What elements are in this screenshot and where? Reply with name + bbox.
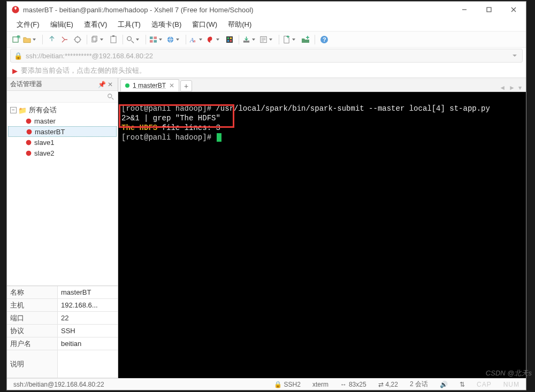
session-icon	[25, 150, 32, 157]
hint-bar: ▶ 要添加当前会话，点击左侧的箭头按钮。	[7, 64, 526, 78]
svg-rect-19	[230, 40, 232, 42]
help-button[interactable]: ?	[318, 34, 330, 45]
status-size: ↔83x25	[337, 381, 370, 388]
svg-rect-8	[150, 36, 153, 39]
address-text: ssh://beitian:**********@192.168.64.80:2…	[26, 52, 153, 60]
menu-view[interactable]: 查看(V)	[79, 18, 112, 31]
new-file-button[interactable]	[282, 34, 299, 45]
paste-button[interactable]	[108, 34, 119, 45]
status-term: xterm	[309, 381, 332, 388]
session-item[interactable]: master	[8, 116, 117, 126]
tab[interactable]: 1 masterBT ✕	[120, 79, 179, 91]
svg-rect-0	[487, 7, 491, 12]
cursor-icon	[217, 133, 221, 142]
status-dot-icon	[125, 83, 129, 88]
session-tree: − 📁 所有会话 master masterBT slave1	[7, 103, 118, 286]
find-button[interactable]	[126, 34, 142, 45]
menu-window[interactable]: 窗口(W)	[187, 18, 223, 31]
status-pos: ⇄4,22	[375, 381, 401, 388]
svg-point-28	[26, 150, 32, 156]
script-button[interactable]	[259, 34, 276, 45]
titlebar: masterBT - beitian@panli:/home/hadoop - …	[7, 2, 526, 18]
menu-file[interactable]: 文件(F)	[11, 18, 45, 31]
app-window: masterBT - beitian@panli:/home/hadoop - …	[6, 1, 526, 390]
prop-row: 主机192.168.6...	[7, 299, 118, 312]
svg-rect-6	[112, 35, 114, 37]
properties-button[interactable]	[72, 34, 83, 45]
session-icon	[26, 128, 33, 135]
tab-menu-icon[interactable]: ▾	[518, 84, 522, 91]
font-button[interactable]: Aa	[189, 34, 205, 45]
session-manager-panel: 会话管理器 📌 ✕ − 📁 所有会话 master	[7, 78, 118, 378]
main-area: 1 masterBT ✕ + ◄ ► ▾ [root@panli hadoop]…	[118, 78, 526, 378]
prop-row: 说明	[7, 350, 118, 378]
new-tab-button[interactable]: +	[180, 80, 192, 91]
address-bar[interactable]: 🔒 ssh://beitian:**********@192.168.64.80…	[10, 49, 523, 63]
svg-point-24	[108, 94, 112, 97]
terminal[interactable]: [root@panli hadoop]# /usr/local/spark/bi…	[118, 92, 526, 378]
terminal-prompt: [root@panli hadoop]#	[121, 133, 216, 142]
window-title: masterBT - beitian@panli:/home/hadoop - …	[23, 6, 452, 14]
tab-close-icon[interactable]: ✕	[169, 82, 174, 89]
collapse-icon[interactable]: −	[10, 107, 17, 113]
reconnect-button[interactable]	[46, 34, 58, 45]
svg-rect-20	[243, 40, 249, 42]
layout-button[interactable]	[149, 34, 165, 45]
svg-point-27	[26, 140, 32, 145]
disconnect-button[interactable]	[59, 34, 71, 45]
encoding-button[interactable]	[166, 34, 182, 45]
status-proto: 🔒SSH2	[271, 381, 304, 388]
copy-button[interactable]	[90, 34, 106, 45]
svg-rect-5	[111, 36, 116, 43]
open-session-button[interactable]	[23, 34, 39, 45]
transfer-button[interactable]	[242, 34, 258, 45]
terminal-text: 2>&1 | grep "The HDFS"	[121, 114, 220, 122]
menu-help[interactable]: 帮助(H)	[223, 18, 257, 31]
prop-row: 端口22	[7, 312, 118, 325]
terminal-text: file lines: 3	[157, 124, 220, 132]
tree-root[interactable]: − 📁 所有会话	[8, 105, 117, 116]
terminal-prompt: [root@panli hadoop]#	[121, 104, 216, 113]
status-cap: CAP	[473, 381, 495, 388]
address-dropdown[interactable]	[510, 55, 519, 57]
minimize-button[interactable]	[452, 2, 477, 18]
svg-rect-11	[154, 40, 157, 42]
session-item[interactable]: masterBT	[8, 126, 117, 137]
menu-tools[interactable]: 工具(T)	[112, 18, 146, 31]
status-vol[interactable]: 🔊	[437, 381, 451, 388]
tab-prev-icon[interactable]: ◄	[499, 84, 506, 91]
pin-icon[interactable]: 📌	[97, 81, 106, 88]
xftp-button[interactable]	[300, 34, 311, 45]
maximize-button[interactable]	[477, 2, 501, 18]
highlight-button[interactable]	[224, 34, 235, 45]
speaker-icon: 🔊	[440, 381, 448, 388]
tab-label: 1 masterBT	[133, 82, 166, 89]
session-item[interactable]: slave1	[8, 137, 117, 148]
status-num: NUM	[500, 381, 523, 388]
menu-edit[interactable]: 编辑(E)	[45, 18, 79, 31]
menubar: 文件(F) 编辑(E) 查看(V) 工具(T) 选项卡(B) 窗口(W) 帮助(…	[7, 18, 526, 32]
menu-tabs[interactable]: 选项卡(B)	[146, 18, 187, 31]
svg-point-2	[75, 37, 80, 42]
svg-rect-18	[227, 40, 229, 42]
pos-icon: ⇄	[378, 381, 384, 388]
panel-close-icon[interactable]: ✕	[106, 81, 114, 88]
session-item[interactable]: slave2	[8, 148, 117, 158]
panel-search[interactable]	[7, 91, 118, 103]
prop-row: 名称masterBT	[7, 286, 118, 299]
tab-next-icon[interactable]: ►	[509, 84, 515, 91]
lock-icon: 🔒	[14, 52, 22, 60]
size-icon: ↔	[340, 381, 347, 388]
svg-rect-10	[150, 40, 153, 42]
about-button[interactable]	[330, 34, 342, 45]
app-icon	[11, 5, 20, 14]
new-session-button[interactable]	[10, 34, 22, 45]
panel-header: 会话管理器 📌 ✕	[7, 78, 118, 91]
status-updown: ⇅	[456, 381, 468, 388]
svg-rect-17	[230, 37, 232, 39]
color-scheme-button[interactable]	[207, 34, 223, 45]
svg-point-25	[26, 118, 32, 124]
hint-text: 要添加当前会话，点击左侧的箭头按钮。	[21, 66, 146, 75]
close-button[interactable]	[501, 2, 526, 18]
session-icon	[25, 139, 32, 146]
